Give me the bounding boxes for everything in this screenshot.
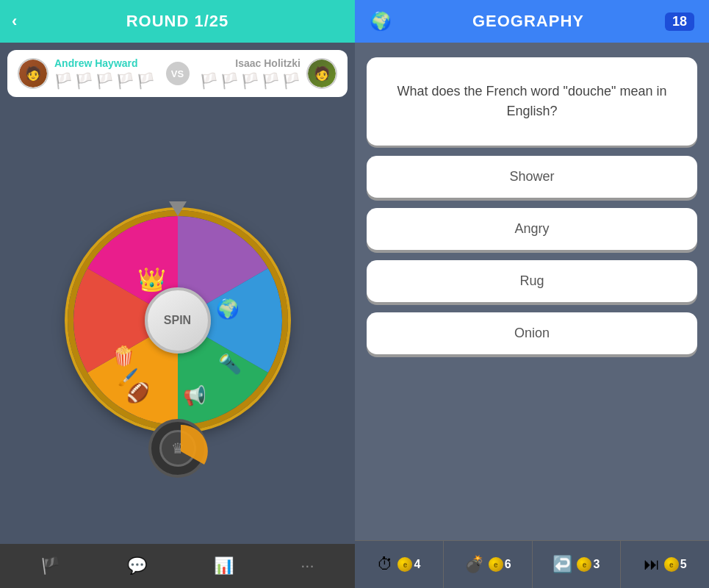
chat-tab[interactable]: 💬 <box>127 556 147 576</box>
coin-icon-3: e <box>577 557 591 572</box>
skip-powerup-icon: ⏭ <box>644 555 660 574</box>
undo-powerup-coin: e 3 <box>577 557 600 572</box>
category-title: GEOGRAPHY <box>472 12 584 31</box>
stats-tab[interactable]: 📊 <box>214 556 234 576</box>
category-globe-icon: 🌍 <box>370 11 392 32</box>
player2-tokens: 🏳️ 🏳️ 🏳️ 🏳️ 🏳️ <box>200 72 300 90</box>
back-button[interactable]: ‹ <box>12 12 17 31</box>
player2: 🧑 Isaac Holitzki 🏳️ 🏳️ 🏳️ 🏳️ 🏳️ <box>200 57 337 90</box>
bomb-powerup-count: 6 <box>505 558 511 571</box>
mini-wheel: ♛ <box>148 419 207 478</box>
player2-name: Isaac Holitzki <box>200 57 300 69</box>
round-title: ROUND 1/25 <box>126 12 229 31</box>
wheel-container[interactable]: 👑 🌍 🔦 📢 🏈 🍿 🖌️ SPIN <box>68 210 288 431</box>
question-area: What does the French word "douche" mean … <box>355 43 709 540</box>
question-text: What does the French word "douche" mean … <box>381 82 683 121</box>
vs-badge: VS <box>166 62 190 85</box>
spin-button[interactable]: SPIN <box>145 287 211 354</box>
player1: 🧑 Andrew Hayward 🏳️ 🏳️ 🏳️ 🏳️ 🏳️ <box>18 57 155 90</box>
right-header: 🌍 GEOGRAPHY 18 <box>355 0 709 43</box>
bomb-powerup-icon: 💣 <box>464 555 484 574</box>
svg-text:🌍: 🌍 <box>216 298 240 320</box>
timer-powerup-coin: e 4 <box>397 557 420 572</box>
answer-onion[interactable]: Onion <box>367 312 697 354</box>
left-tabs: 🏴 💬 📊 ··· <box>0 544 355 588</box>
left-header: ‹ ROUND 1/25 <box>0 0 355 43</box>
svg-text:👑: 👑 <box>137 266 166 293</box>
bomb-powerup-coin: e 6 <box>489 557 511 572</box>
timer-powerup-icon: ⏱ <box>377 555 393 574</box>
powerup-timer[interactable]: ⏱ e 4 <box>355 541 444 588</box>
timer-powerup-count: 4 <box>414 558 420 571</box>
coin-icon-4: e <box>664 557 679 572</box>
powerup-undo[interactable]: ↩️ e 3 <box>533 541 622 588</box>
flag-tab[interactable]: 🏴 <box>40 556 60 576</box>
answer-shower[interactable]: Shower <box>367 156 697 198</box>
answer-rug[interactable]: Rug <box>367 260 697 302</box>
player1-tokens: 🏳️ 🏳️ 🏳️ 🏳️ 🏳️ <box>54 72 155 90</box>
powerup-bomb[interactable]: 💣 e 6 <box>444 541 533 588</box>
timer-badge: 18 <box>665 12 694 31</box>
skip-powerup-count: 5 <box>680 558 687 571</box>
svg-text:📢: 📢 <box>182 384 206 407</box>
svg-text:🔦: 🔦 <box>218 353 242 376</box>
players-area: 🧑 Andrew Hayward 🏳️ 🏳️ 🏳️ 🏳️ 🏳️ VS 🧑 I <box>7 50 348 97</box>
spinner-area: 👑 🌍 🔦 📢 🏈 🍿 🖌️ SPIN <box>0 104 355 544</box>
coin-icon: e <box>397 557 412 572</box>
undo-powerup-icon: ↩️ <box>553 555 572 574</box>
more-tab[interactable]: ··· <box>300 556 314 576</box>
coin-icon-2: e <box>489 557 503 572</box>
powerups-bar: ⏱ e 4 💣 e 6 ↩️ e 3 ⏭ e 5 <box>355 540 709 588</box>
right-panel: 🌍 GEOGRAPHY 18 What does the French word… <box>355 0 709 588</box>
player1-name: Andrew Hayward <box>54 57 155 69</box>
svg-text:🖌️: 🖌️ <box>117 367 138 387</box>
svg-text:🍿: 🍿 <box>112 345 135 368</box>
powerup-skip[interactable]: ⏭ e 5 <box>621 541 709 588</box>
player1-avatar: 🧑 <box>18 58 48 89</box>
player2-avatar: 🧑 <box>306 58 337 89</box>
left-panel: ‹ ROUND 1/25 🧑 Andrew Hayward 🏳️ 🏳️ 🏳️ 🏳… <box>0 0 355 588</box>
wheel-pointer <box>169 201 187 216</box>
question-card: What does the French word "douche" mean … <box>367 57 697 146</box>
skip-powerup-coin: e 5 <box>664 557 687 572</box>
undo-powerup-count: 3 <box>593 558 600 571</box>
answer-angry[interactable]: Angry <box>367 208 697 250</box>
